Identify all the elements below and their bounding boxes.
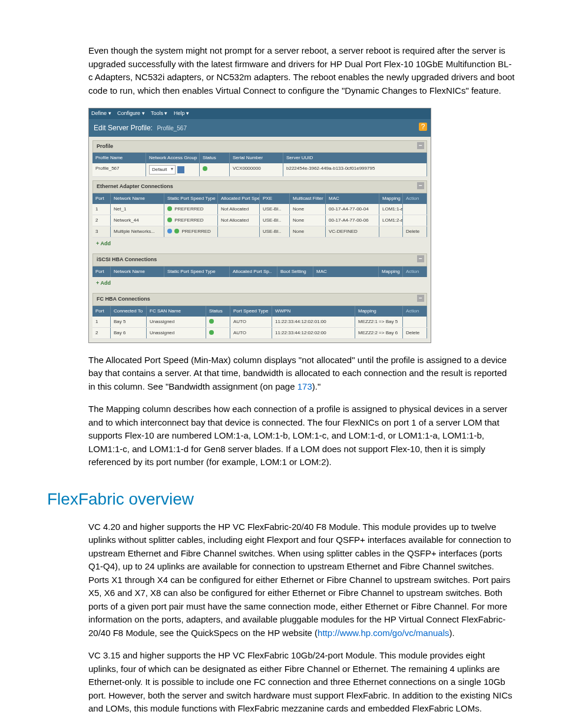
col-status: Status: [200, 153, 230, 163]
uuid-value: b222454e-3962-449a-b133-0cf01e999795: [283, 163, 427, 176]
col-serial: Serial Number: [230, 153, 283, 163]
collapse-icon[interactable]: −: [417, 182, 424, 189]
menu-configure[interactable]: Configure ▾: [117, 110, 145, 116]
help-icon[interactable]: ?: [419, 123, 427, 131]
col-pxe: PXE: [260, 193, 290, 204]
col-san: FC SAN Name: [147, 306, 206, 317]
paragraph-4: VC 4.20 and higher supports the HP VC Fl…: [88, 521, 515, 640]
table-row: 1 Bay 5 Unassigned AUTO 11:22:33:44:12:0…: [92, 317, 427, 328]
col-boot: Boot Setting: [277, 266, 313, 277]
col-port: Port: [92, 306, 111, 317]
nag-dropdown[interactable]: Default: [149, 165, 176, 174]
paragraph-2: The Allocated Port Speed (Min-Max) colum…: [88, 354, 515, 394]
status-ok-icon: [209, 330, 214, 335]
col-port: Port: [92, 193, 111, 204]
status-ok-icon: [167, 218, 172, 222]
col-status: Status: [206, 306, 230, 317]
page-link-173[interactable]: 173: [297, 381, 312, 391]
edit-server-profile-screenshot: Define ▾ Configure ▾ Tools ▾ Help ▾ Edit…: [88, 108, 431, 343]
collapse-icon[interactable]: −: [417, 255, 424, 262]
profile-name-value: Profile_567: [92, 163, 146, 176]
add-iscsi-button[interactable]: + Add: [92, 277, 427, 290]
col-connected: Connected To: [111, 306, 147, 317]
col-speed: Port Speed Type: [230, 306, 272, 317]
col-alloc: Allocated Port Speed: [218, 193, 260, 204]
table-row: 2 Network_44 PREFERRED Not Allocated USE…: [92, 215, 427, 226]
col-mac: MAC: [326, 193, 379, 204]
profile-panel-header: Profile −: [92, 140, 427, 153]
col-mapping: Mapping: [379, 266, 403, 277]
delete-link[interactable]: Delete: [406, 330, 419, 335]
serial-value: VCX0000000: [230, 163, 283, 176]
col-mapping: Mapping: [355, 306, 403, 317]
col-uuid: Server UUID: [283, 153, 427, 163]
col-network: Network Name: [111, 193, 164, 204]
col-profile-name: Profile Name: [92, 153, 146, 163]
paragraph-5: VC 3.15 and higher supports the HP VC Fl…: [88, 649, 515, 716]
menu-tools[interactable]: Tools ▾: [151, 110, 168, 116]
menu-help[interactable]: Help ▾: [174, 110, 189, 116]
status-ok-icon: [209, 319, 214, 324]
title-bar: Edit Server Profile: Profile_567 ?: [89, 119, 431, 137]
fc-panel-header: FC HBA Connections −: [92, 293, 427, 306]
title-subtitle: Profile_567: [157, 125, 187, 131]
paragraph-1: Even though the system might not prompt …: [88, 44, 515, 97]
delete-link[interactable]: Delete: [406, 229, 419, 234]
col-port: Port: [92, 266, 111, 277]
col-action: Action: [403, 193, 427, 204]
col-mac: MAC: [313, 266, 379, 277]
ethernet-panel-header: Ethernet Adapter Connections −: [92, 180, 427, 193]
menu-define[interactable]: Define ▾: [91, 110, 111, 116]
col-mapping: Mapping: [379, 193, 403, 204]
col-wwpn: WWPN: [272, 306, 355, 317]
col-action: Action: [403, 306, 427, 317]
edit-icon[interactable]: [177, 166, 184, 173]
profile-row: Profile_567 Default VCX0000000 b222454e-…: [92, 163, 427, 177]
status-ok-icon: [167, 206, 172, 211]
status-ok-icon: [174, 229, 179, 233]
col-alloc: Allocated Port Sp..: [230, 266, 277, 277]
paragraph-3: The Mapping column describes how each co…: [88, 403, 515, 469]
col-speed-type: Static Port Speed Type: [164, 193, 218, 204]
add-ethernet-button[interactable]: + Add: [92, 238, 427, 251]
col-nag: Network Access Group: [146, 153, 200, 163]
table-row: 1 Net_1 PREFERRED Not Allocated USE-BI..…: [92, 204, 427, 215]
iscsi-panel-header: iSCSI HBA Connections −: [92, 253, 427, 266]
col-speed: Static Port Speed Type: [164, 266, 230, 277]
status-ok-icon: [203, 166, 207, 171]
hp-manuals-link[interactable]: http://www.hp.com/go/vc/manuals: [318, 628, 449, 638]
table-row: 3 Multiple Networks... PREFERRED USE-BI.…: [92, 226, 427, 238]
info-icon: [167, 229, 172, 233]
title-text: Edit Server Profile:: [94, 124, 153, 132]
menu-bar: Define ▾ Configure ▾ Tools ▾ Help ▾: [89, 108, 431, 119]
col-network: Network Name: [111, 266, 164, 277]
collapse-icon[interactable]: −: [417, 295, 424, 302]
flexfabric-heading: FlexFabric overview: [47, 487, 515, 512]
col-filter: Multicast Filter: [290, 193, 326, 204]
collapse-icon[interactable]: −: [417, 142, 424, 149]
col-action: Action: [403, 266, 427, 277]
table-row: 2 Bay 6 Unassigned AUTO 11:22:33:44:12:0…: [92, 328, 427, 339]
